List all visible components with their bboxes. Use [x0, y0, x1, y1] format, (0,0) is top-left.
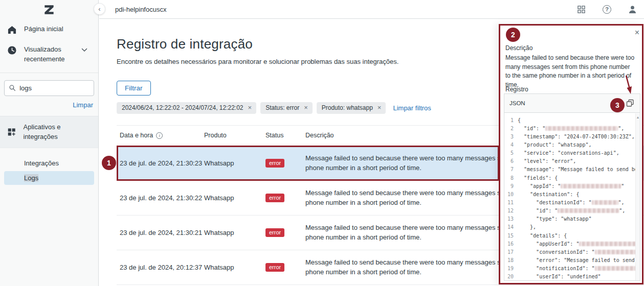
json-code-line: 7 "message": "Message failed to send bec… [504, 165, 635, 174]
sidebar-subnav-item[interactable]: Logs [4, 171, 94, 185]
filter-chips: 2024/06/24, 12:22:02 - 2024/07/24, 12:22… [117, 102, 386, 114]
sidebar-item-recently-viewed[interactable]: Visualizados recentemente [0, 40, 95, 69]
cell-datetime: 23 de jul. de 2024, 21:30:22 [117, 194, 204, 202]
log-detail-panel: × 2 Descrição Message failed to send bec… [499, 24, 643, 284]
cell-product: Whatsapp [204, 159, 265, 167]
code-text: "appUserId": " [518, 241, 635, 247]
panel-description-text: Message failed to send because there wer… [505, 54, 635, 89]
filter-chip[interactable]: Status: error × [260, 102, 313, 114]
line-number: 2 [504, 126, 518, 131]
user-avatar[interactable] [628, 5, 637, 14]
json-format-label: JSON [509, 100, 525, 106]
json-code-line: 16 "appUserId": " [504, 240, 635, 248]
account-name: pdi-helpinfocuscx [99, 6, 166, 13]
remove-chip-icon[interactable]: × [304, 104, 308, 111]
header-product: Produto [204, 132, 265, 139]
line-number: 1 [504, 117, 518, 123]
code-text: "userId": "undefined" [518, 274, 601, 279]
info-icon[interactable]: i [156, 132, 163, 139]
copy-button[interactable] [626, 99, 635, 108]
help-button[interactable]: ? [602, 5, 612, 14]
code-text: "id": "", [518, 208, 625, 213]
code-text: }, [518, 224, 536, 230]
code-text: "fields": { [518, 175, 558, 181]
code-text: "id": "", [518, 126, 624, 131]
redacted-value [558, 208, 619, 213]
line-number: 19 [504, 266, 518, 271]
json-code-line: 18 "error": "Message failed to send beca… [504, 256, 635, 264]
line-number: 3 [504, 134, 518, 139]
annotation-badge-1: 1 [102, 156, 116, 170]
chevron-down-icon [81, 48, 87, 52]
code-text: "product": "whatsapp", [518, 142, 592, 148]
sidebar-subnav-label: Integrações [24, 159, 59, 167]
json-code-line: 10 "destination": { [504, 190, 635, 198]
redacted-value [595, 266, 635, 271]
cell-status: error [265, 263, 305, 272]
cell-status: error [265, 194, 305, 202]
annotation-badge-2: 2 [506, 28, 520, 42]
help-icon: ? [603, 5, 611, 14]
sidebar-subnav-item[interactable]: Integrações [4, 156, 94, 170]
redacted-value [592, 200, 618, 205]
filter-chip[interactable]: Produto: whatsapp × [317, 102, 386, 114]
line-number: 5 [504, 150, 518, 156]
topbar: pdi-helpinfocuscx ? [99, 0, 644, 19]
sidebar-item-home[interactable]: Página inicial [0, 19, 98, 40]
filter-chip[interactable]: 2024/06/24, 12:22:02 - 2024/07/24, 12:22… [117, 102, 256, 114]
json-scrollbar[interactable]: ▲ [635, 113, 640, 280]
line-number: 7 [504, 166, 518, 172]
json-code-line: 1 { [504, 116, 635, 124]
cell-product: Whatsapp [204, 194, 265, 202]
redacted-value [545, 126, 618, 131]
line-number: 14 [504, 224, 518, 230]
json-code: 1 { 2 "id": "", 3 "timestamp": "2024-07-… [504, 113, 635, 280]
zendesk-logo [0, 0, 98, 19]
cell-product: Whatsapp [204, 229, 265, 236]
code-text: "conversationId": " [518, 249, 635, 255]
code-text: "service": "conversations-api", [518, 150, 619, 156]
panel-description-label: Descrição [505, 44, 532, 52]
json-code-line: 8 "fields": { [504, 174, 635, 182]
code-text: "details": { [518, 233, 567, 239]
search-input[interactable] [19, 84, 89, 92]
code-text: "type": "whatsapp" [518, 216, 592, 222]
line-number: 13 [504, 216, 518, 222]
json-code-line: 17 "conversationId": " [504, 248, 635, 256]
filter-chip-label: Status: error [265, 104, 299, 111]
line-number: 6 [504, 158, 518, 164]
scroll-up-icon: ▲ [636, 113, 640, 119]
search-icon [9, 84, 15, 91]
sidebar-item-apps-integrations[interactable]: Aplicativos e integrações [0, 116, 98, 149]
products-grid-button[interactable] [576, 5, 586, 14]
header-status: Status [265, 132, 305, 139]
line-number: 8 [504, 175, 518, 181]
json-code-line: 14 }, [504, 223, 635, 231]
clock-icon [7, 45, 17, 55]
line-number: 18 [504, 257, 518, 263]
code-text: "notificationId": " [518, 266, 635, 271]
sidebar-search[interactable] [4, 80, 94, 96]
filter-button[interactable]: Filtrar [117, 81, 151, 96]
panel-record-label: Registro [505, 86, 528, 93]
remove-chip-icon[interactable]: × [377, 104, 382, 111]
sidebar-subnav: Integrações Logs [0, 148, 98, 185]
close-panel-icon[interactable]: × [635, 29, 639, 37]
cell-datetime: 23 de jul. de 2024, 20:12:37 [117, 264, 204, 271]
json-code-line: 20 "userId": "undefined" [504, 273, 635, 280]
json-code-line: 11 "destinationId": "", [504, 198, 635, 206]
clear-search-link[interactable]: Limpar [73, 101, 93, 109]
json-code-line: 2 "id": "", [504, 124, 635, 132]
redacted-value [595, 250, 635, 254]
cell-product: Whatsapp [204, 264, 265, 271]
collapse-chevron-icon: ‹ [98, 5, 100, 13]
cell-status: error [265, 159, 305, 168]
json-code-line: 12 "id": "", [504, 207, 635, 215]
clear-filters-link[interactable]: Limpar filtros [393, 104, 431, 112]
zendesk-logo-icon [42, 3, 56, 16]
collapse-sidebar-button[interactable]: ‹ [94, 3, 105, 15]
code-text: "destination": { [518, 192, 579, 197]
code-text: "level": "error", [518, 158, 576, 164]
code-text: "destinationId": "", [518, 200, 625, 205]
remove-chip-icon[interactable]: × [248, 104, 252, 111]
